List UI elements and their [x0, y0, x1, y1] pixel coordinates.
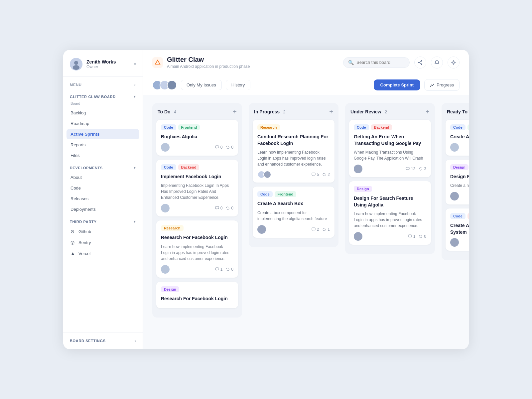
sync-count: 1	[322, 227, 330, 232]
card-footer: 1 0	[450, 192, 469, 200]
profile-role: Owner	[86, 65, 130, 69]
sidebar-item-files[interactable]: Files	[66, 150, 139, 161]
search-box[interactable]: 🔍	[343, 57, 410, 68]
card-avatar	[161, 204, 170, 212]
card-avatar	[354, 232, 362, 241]
svg-point-2	[73, 65, 79, 70]
svg-rect-18	[215, 146, 219, 148]
tag-design: Design	[161, 286, 179, 292]
card-title: Design For Login Page	[450, 174, 469, 180]
card-footer: 13 0	[450, 238, 469, 247]
sidebar-item-about[interactable]: About	[66, 172, 139, 183]
board-settings[interactable]: BOARD SETTINGS ›	[63, 332, 143, 349]
card-tags: Code Backend	[450, 213, 469, 219]
comment-count: 0	[215, 145, 223, 150]
card-design-login-page: Design Design For Login Page Create a ne…	[446, 160, 469, 205]
progress-button[interactable]: Progress	[424, 79, 460, 91]
svg-line-16	[455, 61, 455, 61]
card-title: Create A Search Box	[257, 200, 330, 207]
card-tags: Code Frontend	[450, 124, 469, 130]
card-desc: Learn how implementing Facebook Login in…	[257, 149, 330, 167]
complete-sprint-button[interactable]: Complete Sprint	[374, 79, 420, 90]
main-content: Glitter Claw A main Android application …	[143, 50, 469, 349]
app-shell: Zenith Works Owner ▾ MENU › GLITTER CLAW…	[63, 50, 469, 349]
svg-line-8	[420, 63, 421, 64]
card-avatar	[450, 192, 459, 200]
sidebar-item-releases[interactable]: Releases	[66, 194, 139, 204]
column-count-underreview: 2	[385, 109, 387, 114]
notifications-button[interactable]	[431, 57, 443, 68]
settings-button[interactable]	[448, 57, 460, 68]
search-icon: 🔍	[348, 60, 354, 65]
card-footer: 1 0	[161, 265, 233, 274]
topbar-actions: 🔍	[343, 57, 460, 68]
search-input[interactable]	[356, 60, 403, 65]
tag-research: Research	[161, 225, 184, 231]
developments-section: DEVELOPMENTS ▾ About Code Releases Deplo…	[63, 161, 143, 215]
svg-rect-24	[408, 235, 412, 237]
tag-backend: Backend	[178, 164, 200, 170]
comment-icon	[215, 267, 219, 271]
menu-expand-icon[interactable]: ›	[134, 82, 136, 87]
underreview-add-button[interactable]: +	[426, 108, 430, 115]
sync-icon	[226, 206, 230, 210]
card-title: Create A Login Page	[450, 134, 469, 140]
sidebar-item-vercel[interactable]: ▲ Vercel	[66, 248, 139, 259]
sidebar-item-active-sprints[interactable]: Active Sprints	[66, 129, 139, 139]
card-avatar	[450, 143, 459, 152]
svg-marker-3	[155, 60, 160, 64]
dev-collapse-icon[interactable]: ▾	[134, 166, 136, 170]
project-subtitle: A main Android application in production…	[167, 64, 250, 69]
svg-line-7	[420, 61, 421, 62]
todo-add-button[interactable]: +	[233, 108, 237, 115]
sync-count: 0	[226, 267, 233, 272]
card-research-facebook-login: Research Research For Facebook Login Lea…	[156, 220, 238, 278]
card-meta: 1 0	[408, 234, 426, 239]
svg-line-14	[452, 61, 452, 61]
card-multi-avatar	[257, 171, 271, 179]
sidebar-item-roadmap[interactable]: Roadmap	[66, 118, 139, 129]
share-icon	[418, 60, 423, 65]
column-count-inprogress: 2	[283, 109, 285, 114]
tag-code: Code	[257, 191, 273, 197]
card-design-search-algolia: Design Design For Search Feature Using A…	[349, 181, 431, 245]
sidebar-item-deployments[interactable]: Deployments	[66, 204, 139, 214]
svg-rect-23	[406, 167, 409, 170]
column-header-todo: To Do 4 +	[156, 108, 238, 115]
reports-label: Reports	[70, 142, 86, 147]
card-title: Create A New Api For Login System	[450, 222, 469, 235]
sidebar-item-github[interactable]: ⊙ Github	[66, 226, 139, 237]
card-title: Conduct Research Planning For Facebook L…	[257, 134, 330, 147]
toolbar-left: Only My Issues History	[152, 80, 250, 90]
card-meta: 2 1	[312, 227, 330, 232]
inprogress-add-button[interactable]: +	[329, 108, 333, 115]
column-readytotest: Ready To Test 3 + Code Frontend Create A…	[442, 103, 469, 260]
tag-code: Code	[450, 213, 466, 219]
sidebar-item-code[interactable]: Code	[66, 183, 139, 193]
column-title-todo: To Do	[158, 109, 171, 114]
roadmap-label: Roadmap	[70, 121, 89, 126]
section-collapse-icon[interactable]: ▾	[134, 94, 136, 99]
card-avatar	[161, 265, 170, 274]
tp-collapse-icon[interactable]: ▾	[134, 219, 136, 224]
share-button[interactable]	[414, 57, 426, 68]
history-button[interactable]: History	[226, 80, 250, 90]
card-meta: 0 0	[215, 145, 233, 150]
comment-count: 5	[312, 172, 319, 177]
profile-section[interactable]: Zenith Works Owner ▾	[63, 50, 143, 77]
comment-icon	[408, 234, 412, 238]
card-footer: 0 0	[161, 204, 233, 212]
sidebar-item-backlog[interactable]: Backlog	[66, 108, 139, 118]
svg-rect-21	[312, 173, 315, 175]
board-columns: To Do 4 + Code Frontend Bugfixes Algolia	[152, 103, 469, 318]
sync-icon	[419, 234, 423, 238]
card-implement-facebook-login: Code Backend Implement Facebook Login Im…	[156, 160, 238, 217]
only-my-issues-button[interactable]: Only My Issues	[181, 80, 222, 90]
tag-backend: Backend	[371, 124, 392, 130]
card-meta: 13 3	[406, 167, 426, 171]
board-section-header: GLITTER CLAW BOARD ▾	[66, 91, 139, 101]
sidebar-item-reports[interactable]: Reports	[66, 140, 139, 150]
sun-icon	[451, 60, 456, 65]
chevron-down-icon: ▾	[134, 62, 136, 66]
sidebar-item-sentry[interactable]: ◎ Sentry	[66, 237, 139, 248]
